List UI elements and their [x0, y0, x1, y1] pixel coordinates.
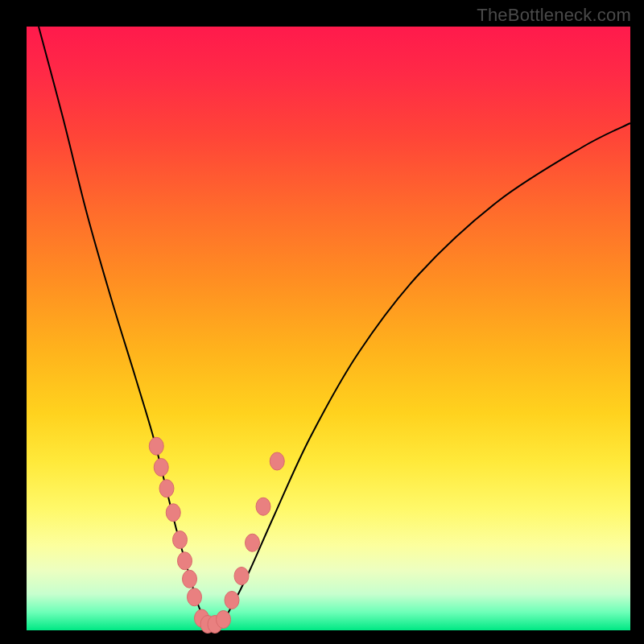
marker-dot — [166, 504, 180, 522]
marker-group — [149, 437, 284, 633]
marker-dot — [173, 531, 188, 549]
marker-dot — [178, 552, 192, 570]
curve-series — [39, 27, 630, 626]
chart-frame: TheBottleneck.com — [0, 0, 644, 644]
marker-dot — [217, 611, 231, 629]
marker-dot — [225, 592, 239, 609]
marker-dot — [270, 452, 284, 470]
marker-dot — [159, 480, 174, 497]
bottleneck-curve — [39, 27, 630, 626]
chart-svg — [27, 27, 630, 630]
marker-dot — [256, 497, 270, 515]
marker-dot — [246, 534, 260, 551]
plot-area — [27, 27, 630, 630]
marker-dot — [234, 568, 249, 585]
watermark-text: TheBottleneck.com — [477, 5, 631, 26]
marker-dot — [188, 588, 202, 606]
marker-dot — [183, 570, 197, 588]
marker-dot — [149, 437, 163, 455]
marker-dot — [154, 459, 168, 477]
